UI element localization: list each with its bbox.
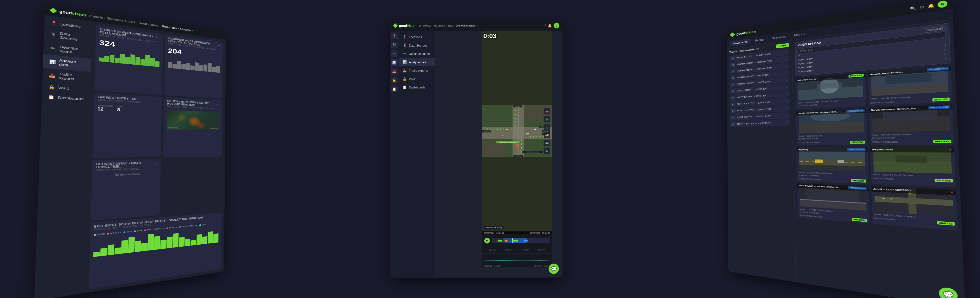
- c-bc-myproject[interactable]: My project: [434, 24, 445, 27]
- sidebar-locations-label: Locations: [60, 22, 86, 29]
- bulgaria-overlay: Bulgaria, Varna ✕: [870, 147, 955, 153]
- tab-events[interactable]: Events: [752, 36, 768, 43]
- cs-label-vault[interactable]: 🔒 Vault: [399, 75, 435, 83]
- intersection-map: North Entry East Entry Can Exit South En…: [482, 31, 552, 231]
- map-icon-moto[interactable]: 🏍: [544, 148, 550, 154]
- narvik1-process-btn[interactable]: PROCESS: [850, 140, 865, 143]
- colorado-badge: PROCESSED: [848, 186, 867, 190]
- tab-movements[interactable]: Movements: [730, 38, 751, 46]
- logo-text: goodvision: [59, 10, 86, 18]
- data-sources-icon: 🗄: [50, 32, 56, 37]
- bc-projects[interactable]: Projects: [89, 14, 103, 19]
- tl-t4: 15:24:43: [533, 249, 550, 251]
- narvik2-process-btn[interactable]: PROCESS: [933, 140, 951, 143]
- belarus-analyze[interactable]: ANALYZE: [932, 98, 950, 102]
- cs-label-locations[interactable]: 📍 Locations: [399, 33, 435, 41]
- move11-del[interactable]: ✕: [786, 121, 788, 124]
- bc-roundabout[interactable]: Roundabout Ukraine: [162, 25, 191, 32]
- cs-label-analyze[interactable]: 📊 Analyze data: [399, 58, 435, 66]
- cs-label-datasources[interactable]: 🗄 Data Sources: [399, 41, 435, 49]
- move1-del[interactable]: ✕: [785, 51, 787, 54]
- timeline-labels: 15:21:02 15:22:32 15:23:47 15:24:43: [482, 246, 552, 253]
- tl-t1: 15:21:02: [484, 249, 501, 251]
- move6-text: EAST ENTRY → WEST EXIT: [737, 86, 784, 92]
- cs-dashboards[interactable]: 📋: [391, 86, 398, 92]
- svg-text:EAST ENTRY › South ExIt: EAST ENTRY › South ExIt: [527, 152, 539, 153]
- move9-del[interactable]: ✕: [786, 107, 788, 110]
- r-search-icon[interactable]: 🔍: [910, 6, 916, 11]
- move4-del[interactable]: ✕: [785, 72, 788, 75]
- card-far-west-mean: FAR WEST ENTRY > MEAN TRAVEL TIME... 04/…: [91, 159, 161, 221]
- card6-menu[interactable]: ⋯: [215, 215, 219, 219]
- map-icon-car[interactable]: 🚗: [544, 108, 550, 115]
- tab-metrics[interactable]: Metrics: [791, 30, 808, 39]
- r-bell-icon[interactable]: 🔔: [928, 3, 934, 9]
- bc-rural[interactable]: Rural scenes: [138, 21, 158, 27]
- r-gear-icon[interactable]: ⚙: [919, 5, 924, 10]
- timeline-track[interactable]: [492, 238, 550, 243]
- cs-label-traffic[interactable]: 📤 Traffic exports: [399, 66, 435, 75]
- cs-describe[interactable]: ✏: [391, 51, 398, 57]
- r-user-avatar[interactable]: G: [938, 0, 948, 8]
- movements-label: Traffic movements: [729, 48, 755, 54]
- center-topbar: goodvision ⊕ Projects › My project › new…: [390, 21, 563, 31]
- cs-traffic[interactable]: 📤: [391, 68, 398, 75]
- move11-text: NORTH ENTRY → EAST EXIT: [737, 121, 784, 125]
- move10-del[interactable]: ✕: [786, 114, 788, 117]
- bulgaria-name: Bulgaria, Varna: [872, 148, 893, 151]
- move3-del[interactable]: ✕: [785, 65, 787, 68]
- map-icon-ped[interactable]: 🚶: [544, 124, 550, 131]
- map-icon-bike[interactable]: 🚲: [544, 116, 550, 123]
- cs-label-describe[interactable]: ✏ Describe scene: [399, 49, 435, 58]
- cs-locations[interactable]: 📍: [391, 33, 398, 39]
- play-button[interactable]: ▶: [484, 238, 490, 243]
- c-bc-new[interactable]: new: [449, 24, 453, 27]
- move6-del[interactable]: ✕: [786, 86, 788, 88]
- highway-process-btn[interactable]: PROCESS: [851, 179, 866, 182]
- c-bc-projects[interactable]: ⊕ Projects: [419, 24, 431, 27]
- intersection-svg: North Entry East Entry Can Exit South En…: [482, 31, 552, 231]
- heatmap-preview: south entry west entry: [167, 110, 220, 131]
- map-icon-bus[interactable]: 🚌: [544, 140, 550, 146]
- colorado-process-btn[interactable]: PROCESS: [852, 218, 867, 222]
- move8-del[interactable]: ✕: [786, 100, 788, 103]
- c-bc-drone[interactable]: Drone Interaction: [456, 24, 476, 27]
- narvik2-meta: Vault - 527.48 | Fixed Camera0 hours 6 m…: [872, 132, 951, 140]
- move2-del[interactable]: ✕: [785, 58, 787, 61]
- cs-an-label: Analyze data: [409, 60, 431, 64]
- bulgaria-thumb: Bulgaria, Varna ✕: [870, 147, 955, 173]
- move7-del[interactable]: ✕: [786, 93, 788, 96]
- help-icon[interactable]: ?: [544, 24, 546, 27]
- map-icon-truck[interactable]: 🚚: [544, 132, 550, 139]
- cs-analyze[interactable]: 📊: [391, 59, 398, 66]
- movement-11[interactable]: F1 NORTH ENTRY → EAST EXIT ✕: [730, 119, 790, 127]
- svg-rect-63: [799, 122, 864, 134]
- traffic-icon: 📤: [49, 73, 55, 78]
- highway-name: Highway: [798, 148, 808, 150]
- tab-scenarios[interactable]: Scenarios: [768, 33, 789, 41]
- video-card-junction: Junction OD PROCESSED ✕ Vault - 121 GB |…: [872, 186, 958, 231]
- bulgaria-process-btn[interactable]: PROCESS: [934, 178, 953, 182]
- user-avatar[interactable]: G: [554, 23, 559, 28]
- tl-t3: 15:23:47: [517, 249, 533, 251]
- card3-menu[interactable]: ⋯: [154, 99, 159, 103]
- bell-icon[interactable]: 🔔: [548, 24, 552, 27]
- center-sidebar: 📍 🗄 ✏ 📊 📤 🔒 📋: [390, 31, 399, 277]
- move5-del[interactable]: ✕: [785, 79, 788, 81]
- right-logo-icon: [730, 32, 735, 37]
- right-body: Traffic movements ⓘ + NEW F1 WEST ENTRY …: [727, 19, 965, 298]
- card4-menu[interactable]: ⋯: [216, 102, 220, 106]
- svg-rect-35: [534, 129, 536, 130]
- bc-showcase[interactable]: Showcase project: [107, 17, 135, 24]
- card2-menu[interactable]: ⋯: [216, 43, 220, 48]
- ski-process-btn[interactable]: PROCESS: [848, 73, 864, 78]
- junction-analyze-btn[interactable]: ANALYZE: [937, 221, 955, 226]
- cs-label-dashboards[interactable]: 📋 Dashboards: [399, 83, 435, 91]
- cs-vault[interactable]: 🔒: [391, 77, 398, 84]
- card5-menu[interactable]: ⋯: [153, 162, 158, 166]
- cs-v-label: Vault: [409, 77, 431, 80]
- card1-menu[interactable]: ⋯: [156, 35, 160, 40]
- cs-data-sources[interactable]: 🗄: [391, 41, 398, 48]
- sidebar-analyze-label: Analyze data: [59, 58, 86, 69]
- new-movement-button[interactable]: + NEW: [776, 43, 789, 49]
